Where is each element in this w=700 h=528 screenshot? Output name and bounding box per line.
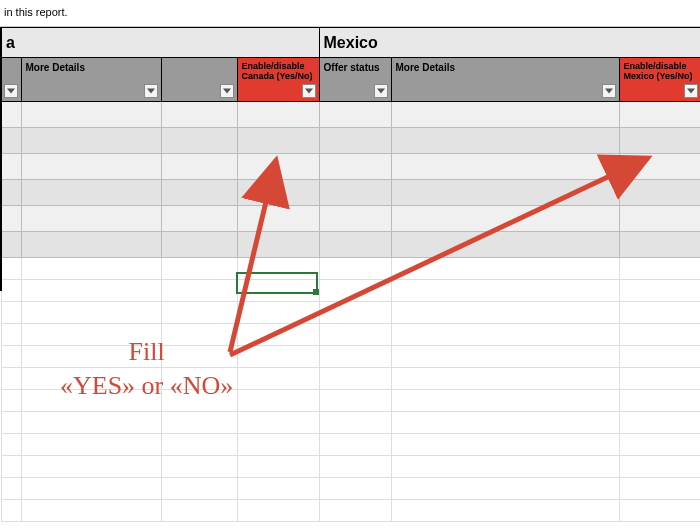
table-row <box>1 232 700 258</box>
table-row <box>1 258 700 280</box>
col-header-more-details-right[interactable]: More Details <box>391 58 619 102</box>
col-header-enable-mexico[interactable]: Enable/disable Mexico (Yes/No) <box>619 58 700 102</box>
svg-marker-6 <box>687 89 695 94</box>
table-row <box>1 500 700 522</box>
country-right-label: Mexico <box>324 34 378 51</box>
svg-marker-3 <box>305 89 313 94</box>
filter-dropdown-icon[interactable] <box>144 84 158 98</box>
table-row <box>1 280 700 302</box>
table-row <box>1 478 700 500</box>
col-header-offer-status[interactable]: Offer status <box>319 58 391 102</box>
filter-dropdown-icon[interactable] <box>374 84 388 98</box>
svg-marker-0 <box>7 89 15 94</box>
svg-marker-5 <box>605 89 613 94</box>
country-header-row: a Mexico <box>1 28 700 58</box>
country-left-label: a <box>6 34 15 51</box>
table-row <box>1 368 700 390</box>
column-header-row: More Details Enable/disable Canada (Yes/… <box>1 58 700 102</box>
svg-marker-4 <box>377 89 385 94</box>
table-row <box>1 102 700 128</box>
spreadsheet: a Mexico More Details Enable/disable Can… <box>0 27 700 522</box>
filter-dropdown-icon[interactable] <box>4 84 18 98</box>
table-row <box>1 346 700 368</box>
col-header-enable-canada[interactable]: Enable/disable Canada (Yes/No) <box>237 58 319 102</box>
table-row <box>1 128 700 154</box>
more-details-label: More Details <box>26 62 85 73</box>
enable-canada-label: Enable/disable Canada (Yes/No) <box>242 61 313 81</box>
table-row <box>1 434 700 456</box>
filter-dropdown-icon[interactable] <box>220 84 234 98</box>
filter-dropdown-icon[interactable] <box>302 84 316 98</box>
offer-status-label: Offer status <box>324 62 380 73</box>
grid: a Mexico More Details Enable/disable Can… <box>0 27 700 522</box>
col-header-more-details-left[interactable]: More Details <box>21 58 161 102</box>
table-row <box>1 180 700 206</box>
filter-dropdown-icon[interactable] <box>602 84 616 98</box>
col-header-spacer[interactable] <box>161 58 237 102</box>
more-details-label-right: More Details <box>396 62 455 73</box>
svg-marker-1 <box>147 89 155 94</box>
table-row <box>1 390 700 412</box>
table-row <box>1 154 700 180</box>
col-header-blank[interactable] <box>1 58 21 102</box>
table-row <box>1 456 700 478</box>
filter-dropdown-icon[interactable] <box>684 84 698 98</box>
table-row <box>1 302 700 324</box>
table-row <box>1 412 700 434</box>
svg-marker-2 <box>223 89 231 94</box>
table-row <box>1 324 700 346</box>
report-note: in this report. <box>0 0 700 27</box>
enable-mexico-label: Enable/disable Mexico (Yes/No) <box>624 61 693 81</box>
table-row <box>1 206 700 232</box>
